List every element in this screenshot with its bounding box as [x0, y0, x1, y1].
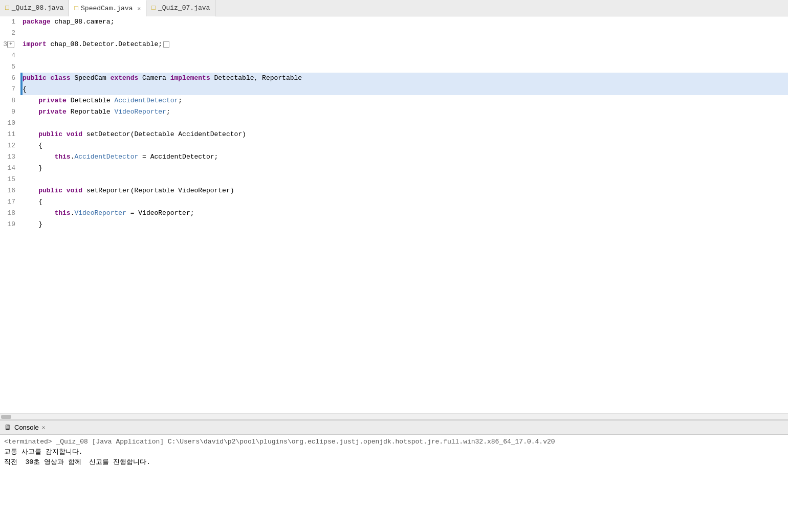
- code-line-9: private Reportable VideoReporter;: [23, 106, 788, 118]
- console-title: Console: [14, 424, 39, 431]
- code-line-19: }: [23, 219, 788, 230]
- console-output-line-1: 교통 사고를 감지합니다.: [4, 447, 784, 457]
- line-num-3: 3+: [3, 39, 17, 50]
- left-marker-6: [20, 73, 23, 84]
- line-num-14: 14: [3, 163, 17, 174]
- line-num-15: 15: [3, 174, 17, 185]
- code-line-17: {: [23, 196, 788, 208]
- left-marker-7: [20, 84, 23, 95]
- line-numbers: 1 2 3+ 4 5 6 7 8 9 10 11⊖ 12 13 14 15 16…: [0, 16, 20, 413]
- code-line-1: package chap_08.camera;: [23, 16, 788, 28]
- tab-bar: □ _Quiz_08.java □ SpeedCam.java ✕ □ _Qui…: [0, 0, 788, 16]
- line-num-17: 17: [3, 196, 17, 208]
- console-close-button[interactable]: ✕: [42, 424, 46, 431]
- code-line-4: [23, 50, 788, 61]
- code-line-8: private Detectable AccidentDetector;: [23, 95, 788, 106]
- expand-import-icon[interactable]: +: [7, 41, 14, 48]
- tab-quiz08[interactable]: □ _Quiz_08.java: [0, 0, 69, 16]
- tab-close-speedcam[interactable]: ✕: [137, 5, 141, 12]
- tab-quiz07[interactable]: □ _Quiz_07.java: [146, 0, 215, 16]
- tab-speedcam[interactable]: □ SpeedCam.java ✕: [69, 0, 146, 16]
- horizontal-scrollbar[interactable]: [0, 413, 788, 419]
- console-icon: 🖥: [4, 424, 11, 432]
- code-line-16: public void setReporter(Reportable Video…: [23, 185, 788, 196]
- code-line-12: {: [23, 140, 788, 151]
- code-line-11: public void setDetector(Detectable Accid…: [23, 129, 788, 140]
- console-output-line-2: 직전 30초 영상과 함께 신고를 진행합니다.: [4, 457, 784, 468]
- code-lines[interactable]: package chap_08.camera; import chap_08.D…: [20, 16, 788, 413]
- kw-package: package: [23, 16, 54, 28]
- editor-area: 1 2 3+ 4 5 6 7 8 9 10 11⊖ 12 13 14 15 16…: [0, 16, 788, 419]
- code-line-14: }: [23, 163, 788, 174]
- line-num-5: 5: [3, 61, 17, 73]
- line-num-6: 6: [3, 73, 17, 84]
- console-header: 🖥 Console ✕: [0, 420, 788, 435]
- code-line-13: this.AccidentDetector = AccidentDetector…: [23, 151, 788, 163]
- line-num-8: 8: [3, 95, 17, 106]
- code-line-2: [23, 28, 788, 39]
- line-num-13: 13: [3, 151, 17, 163]
- tab-label-speedcam: SpeedCam.java: [81, 5, 133, 12]
- hscroll-thumb[interactable]: [1, 415, 11, 419]
- code-line-5: [23, 61, 788, 73]
- code-line-6: public class SpeedCam extends Camera imp…: [23, 73, 788, 84]
- tab-icon-speedcam: □: [74, 5, 78, 12]
- code-line-3: import chap_08.Detector.Detectable;: [23, 39, 788, 50]
- line-num-9: 9: [3, 106, 17, 118]
- line-num-16: 16⊖: [3, 185, 17, 196]
- code-line-10: [23, 118, 788, 129]
- line-num-10: 10: [3, 118, 17, 129]
- code-container[interactable]: 1 2 3+ 4 5 6 7 8 9 10 11⊖ 12 13 14 15 16…: [0, 16, 788, 413]
- kw-import: import: [23, 39, 51, 50]
- line-num-18: 18: [3, 208, 17, 219]
- tab-icon-quiz07: □: [151, 4, 156, 12]
- line-num-19: 19: [3, 219, 17, 230]
- console-terminated-line: <terminated> _Quiz_08 [Java Application]…: [4, 437, 784, 447]
- line-num-11: 11⊖: [3, 129, 17, 140]
- line-num-1: 1: [3, 16, 17, 28]
- line-num-4: 4: [3, 50, 17, 61]
- console-panel: 🖥 Console ✕ <terminated> _Quiz_08 [Java …: [0, 419, 788, 532]
- code-line-15: [23, 174, 788, 185]
- console-content: <terminated> _Quiz_08 [Java Application]…: [0, 435, 788, 532]
- line-num-12: 12: [3, 140, 17, 151]
- import-expand-box[interactable]: [163, 41, 169, 48]
- tab-icon-quiz08: □: [5, 4, 9, 12]
- line-num-7: 7: [3, 84, 17, 95]
- tab-label-quiz07: _Quiz_07.java: [158, 4, 210, 12]
- tab-label-quiz08: _Quiz_08.java: [12, 4, 63, 12]
- code-line-18: this.VideoReporter = VideoReporter;: [23, 208, 788, 219]
- line-num-2: 2: [3, 28, 17, 39]
- code-line-7: {: [23, 84, 788, 95]
